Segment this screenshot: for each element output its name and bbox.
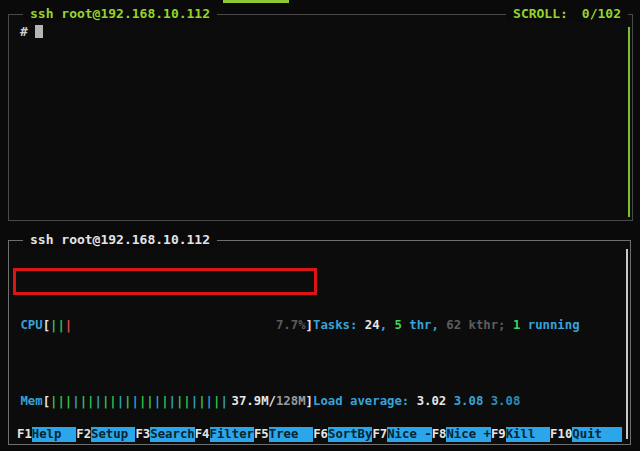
kthread-count: 62 kthr;: [446, 318, 513, 332]
meter-bar: |: [169, 394, 176, 408]
fn-key-f1[interactable]: F1: [17, 427, 32, 442]
top-activity-line: [223, 0, 289, 3]
mem-meter-line: Mem[||||||||||||||||||||||||37.9M/128M] …: [13, 394, 626, 409]
bracket-open: [: [43, 394, 50, 409]
bracket-close: ]: [306, 394, 313, 409]
mem-bar-area: ||||||||||||||||||||||||37.9M/128M: [50, 394, 306, 409]
pane-scrollbar[interactable]: [626, 249, 628, 439]
fn-label-f2[interactable]: Setup: [91, 427, 135, 442]
fn-label-f1[interactable]: Help: [32, 427, 76, 442]
meter-bar: |: [183, 394, 190, 408]
tasks-stats: Tasks: 24, 5 thr, 62 kthr; 1 running: [313, 318, 580, 333]
meter-bar: |: [57, 394, 64, 408]
mem-meter: Mem[||||||||||||||||||||||||37.9M/128M]: [13, 394, 313, 409]
thread-count: 5: [394, 318, 401, 332]
fn-key-f9[interactable]: F9: [491, 427, 506, 442]
fn-key-f3[interactable]: F3: [135, 427, 150, 442]
meter-bar: |: [124, 394, 131, 408]
mem-slash: /: [269, 394, 276, 408]
scroll-label: SCROLL:: [513, 6, 568, 21]
fn-label-f8[interactable]: Nice +: [446, 427, 490, 442]
meter-bar: |: [161, 394, 168, 408]
thread-label: thr,: [402, 318, 446, 332]
bracket-open: [: [43, 318, 50, 333]
fn-key-f2[interactable]: F2: [76, 427, 91, 442]
meter-bar: |: [117, 394, 124, 408]
top-pane-title-text: ssh root@192.168.10.112: [30, 6, 210, 21]
text-cursor: [35, 25, 43, 38]
fn-key-f5[interactable]: F5: [254, 427, 269, 442]
top-terminal-pane: ssh root@192.168.10.112 SCROLL:0/102 #: [8, 14, 633, 221]
meter-bar: |: [154, 394, 161, 408]
fn-key-f8[interactable]: F8: [432, 427, 447, 442]
indent: [13, 394, 20, 409]
fn-key-f4[interactable]: F4: [195, 427, 210, 442]
meter-bar: |: [146, 394, 153, 408]
shell-prompt[interactable]: #: [20, 24, 43, 39]
fn-label-f3[interactable]: Search: [150, 427, 194, 442]
meter-bar: |: [80, 394, 87, 408]
meter-bar: |: [72, 394, 79, 408]
mem-used: 37.9M: [232, 394, 269, 408]
separator: ,: [380, 318, 395, 332]
indent: [13, 318, 20, 333]
meter-bar: |: [109, 394, 116, 408]
fn-label-f9[interactable]: Kill: [506, 427, 550, 442]
load-label: Load average:: [313, 394, 417, 408]
fn-label-f5[interactable]: Tree: [269, 427, 313, 442]
scroll-value: 0/102: [582, 6, 621, 21]
fn-label-f7[interactable]: Nice -: [387, 427, 431, 442]
terminal-screen: ssh root@192.168.10.112 SCROLL:0/102 # s…: [0, 0, 640, 451]
fn-label-f10[interactable]: Quit: [572, 427, 622, 442]
meter-bar: |: [220, 394, 227, 408]
cpu-meter-value: 7.7%: [276, 318, 306, 333]
bottom-terminal-pane: ssh root@192.168.10.112 CPU[|||7.7%] Tas…: [8, 240, 631, 445]
meter-bar: |: [57, 318, 64, 332]
load-1min: 3.02: [417, 394, 454, 408]
meter-bar: |: [206, 394, 213, 408]
load-5min: 3.08: [454, 394, 491, 408]
cpu-meter-line: CPU[|||7.7%] Tasks: 24, 5 thr, 62 kthr; …: [13, 318, 626, 333]
top-pane-title: ssh root@192.168.10.112: [23, 6, 217, 22]
scroll-status: SCROLL:0/102: [506, 6, 628, 22]
meter-bar: |: [94, 394, 101, 408]
cpu-meter: CPU[|||7.7%]: [13, 318, 313, 333]
fn-key-f6[interactable]: F6: [313, 427, 328, 442]
tasks-count: 24: [365, 318, 380, 332]
fn-label-f6[interactable]: SortBy: [328, 427, 372, 442]
meter-bar: |: [198, 394, 205, 408]
meter-bar: |: [65, 318, 72, 332]
bracket-close: ]: [306, 318, 313, 333]
load-stats: Load average: 3.02 3.08 3.08: [313, 394, 520, 409]
fn-key-f7[interactable]: F7: [372, 427, 387, 442]
mem-meter-label: Mem: [20, 394, 42, 409]
cpu-meter-label: CPU: [20, 318, 42, 333]
mem-total: 128M: [276, 394, 306, 408]
fn-key-f10[interactable]: F10: [550, 427, 572, 442]
load-15min: 3.08: [491, 394, 521, 408]
mem-meter-value: 37.9M/128M: [232, 394, 306, 409]
cpu-bar-area: |||7.7%: [50, 318, 306, 333]
prompt-char: #: [20, 24, 28, 39]
meter-bar: |: [132, 394, 139, 408]
tasks-label: Tasks:: [313, 318, 365, 332]
running-label: running: [520, 318, 579, 332]
htop-app: CPU[|||7.7%] Tasks: 24, 5 thr, 62 kthr; …: [13, 241, 626, 444]
function-key-bar: F1Help F2Setup F3SearchF4FilterF5Tree F6…: [17, 427, 622, 442]
fn-label-f4[interactable]: Filter: [210, 427, 254, 442]
scrollbar-indicator[interactable]: [628, 27, 630, 217]
